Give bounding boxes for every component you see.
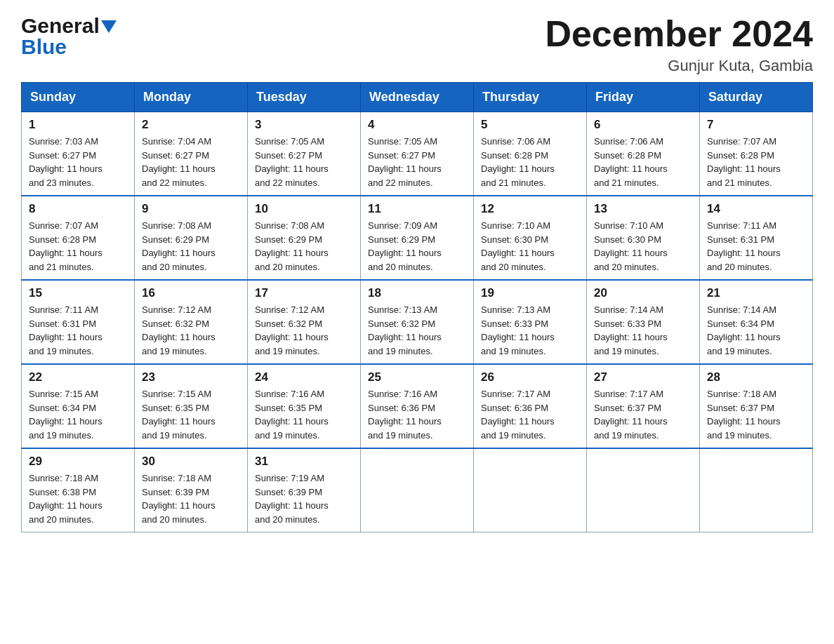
calendar-cell: 6Sunrise: 7:06 AMSunset: 6:28 PMDaylight… bbox=[587, 112, 700, 196]
calendar-cell: 1Sunrise: 7:03 AMSunset: 6:27 PMDaylight… bbox=[22, 112, 135, 196]
day-info: Sunrise: 7:17 AMSunset: 6:36 PMDaylight:… bbox=[481, 387, 579, 442]
day-info: Sunrise: 7:18 AMSunset: 6:37 PMDaylight:… bbox=[707, 387, 805, 442]
column-header-monday: Monday bbox=[135, 83, 248, 112]
calendar-week-row: 1Sunrise: 7:03 AMSunset: 6:27 PMDaylight… bbox=[22, 112, 813, 196]
calendar-header-row: SundayMondayTuesdayWednesdayThursdayFrid… bbox=[22, 83, 813, 112]
day-number: 30 bbox=[142, 455, 240, 469]
day-info: Sunrise: 7:03 AMSunset: 6:27 PMDaylight:… bbox=[29, 135, 127, 189]
day-info: Sunrise: 7:07 AMSunset: 6:28 PMDaylight:… bbox=[29, 219, 127, 274]
calendar-cell: 14Sunrise: 7:11 AMSunset: 6:31 PMDayligh… bbox=[700, 196, 813, 280]
day-number: 23 bbox=[142, 370, 240, 384]
day-info: Sunrise: 7:09 AMSunset: 6:29 PMDaylight:… bbox=[368, 219, 466, 274]
day-info: Sunrise: 7:11 AMSunset: 6:31 PMDaylight:… bbox=[707, 219, 805, 274]
calendar-week-row: 29Sunrise: 7:18 AMSunset: 6:38 PMDayligh… bbox=[22, 448, 813, 532]
calendar-cell: 17Sunrise: 7:12 AMSunset: 6:32 PMDayligh… bbox=[248, 280, 361, 364]
day-info: Sunrise: 7:14 AMSunset: 6:33 PMDaylight:… bbox=[594, 303, 692, 358]
day-number: 4 bbox=[368, 118, 466, 132]
day-info: Sunrise: 7:05 AMSunset: 6:27 PMDaylight:… bbox=[368, 135, 466, 189]
day-info: Sunrise: 7:18 AMSunset: 6:39 PMDaylight:… bbox=[142, 471, 240, 526]
day-number: 22 bbox=[29, 370, 127, 384]
calendar-cell: 30Sunrise: 7:18 AMSunset: 6:39 PMDayligh… bbox=[135, 448, 248, 532]
day-number: 28 bbox=[707, 370, 805, 384]
calendar-cell: 4Sunrise: 7:05 AMSunset: 6:27 PMDaylight… bbox=[361, 112, 474, 196]
day-number: 16 bbox=[142, 286, 240, 300]
day-info: Sunrise: 7:07 AMSunset: 6:28 PMDaylight:… bbox=[707, 135, 805, 189]
day-info: Sunrise: 7:04 AMSunset: 6:27 PMDaylight:… bbox=[142, 135, 240, 189]
calendar-cell: 28Sunrise: 7:18 AMSunset: 6:37 PMDayligh… bbox=[700, 364, 813, 448]
calendar-cell: 9Sunrise: 7:08 AMSunset: 6:29 PMDaylight… bbox=[135, 196, 248, 280]
day-number: 2 bbox=[142, 118, 240, 132]
calendar-week-row: 22Sunrise: 7:15 AMSunset: 6:34 PMDayligh… bbox=[22, 364, 813, 448]
day-number: 11 bbox=[368, 202, 466, 216]
logo-blue-text: Blue bbox=[21, 35, 67, 59]
day-number: 12 bbox=[481, 202, 579, 216]
logo-general-text: General bbox=[21, 14, 100, 38]
day-info: Sunrise: 7:06 AMSunset: 6:28 PMDaylight:… bbox=[594, 135, 692, 189]
day-number: 10 bbox=[255, 202, 353, 216]
day-info: Sunrise: 7:15 AMSunset: 6:35 PMDaylight:… bbox=[142, 387, 240, 442]
day-number: 17 bbox=[255, 286, 353, 300]
day-info: Sunrise: 7:16 AMSunset: 6:35 PMDaylight:… bbox=[255, 387, 353, 442]
calendar-cell: 15Sunrise: 7:11 AMSunset: 6:31 PMDayligh… bbox=[22, 280, 135, 364]
day-info: Sunrise: 7:12 AMSunset: 6:32 PMDaylight:… bbox=[142, 303, 240, 358]
calendar-cell bbox=[700, 448, 813, 532]
calendar-cell bbox=[587, 448, 700, 532]
day-number: 6 bbox=[594, 118, 692, 132]
page-header: General Blue December 2024 Gunjur Kuta, … bbox=[21, 14, 813, 75]
day-info: Sunrise: 7:16 AMSunset: 6:36 PMDaylight:… bbox=[368, 387, 466, 442]
location-label: Gunjur Kuta, Gambia bbox=[545, 57, 813, 75]
day-info: Sunrise: 7:13 AMSunset: 6:33 PMDaylight:… bbox=[481, 303, 579, 358]
day-info: Sunrise: 7:08 AMSunset: 6:29 PMDaylight:… bbox=[142, 219, 240, 274]
day-info: Sunrise: 7:06 AMSunset: 6:28 PMDaylight:… bbox=[481, 135, 579, 189]
calendar-cell: 18Sunrise: 7:13 AMSunset: 6:32 PMDayligh… bbox=[361, 280, 474, 364]
calendar-cell: 19Sunrise: 7:13 AMSunset: 6:33 PMDayligh… bbox=[474, 280, 587, 364]
day-info: Sunrise: 7:11 AMSunset: 6:31 PMDaylight:… bbox=[29, 303, 127, 358]
day-number: 3 bbox=[255, 118, 353, 132]
calendar-cell: 21Sunrise: 7:14 AMSunset: 6:34 PMDayligh… bbox=[700, 280, 813, 364]
calendar-cell: 25Sunrise: 7:16 AMSunset: 6:36 PMDayligh… bbox=[361, 364, 474, 448]
calendar-cell bbox=[474, 448, 587, 532]
calendar-table: SundayMondayTuesdayWednesdayThursdayFrid… bbox=[21, 82, 813, 532]
day-number: 14 bbox=[707, 202, 805, 216]
day-number: 5 bbox=[481, 118, 579, 132]
day-number: 27 bbox=[594, 370, 692, 384]
day-number: 20 bbox=[594, 286, 692, 300]
day-info: Sunrise: 7:08 AMSunset: 6:29 PMDaylight:… bbox=[255, 219, 353, 274]
title-section: December 2024 Gunjur Kuta, Gambia bbox=[545, 14, 813, 75]
calendar-cell: 29Sunrise: 7:18 AMSunset: 6:38 PMDayligh… bbox=[22, 448, 135, 532]
calendar-cell: 27Sunrise: 7:17 AMSunset: 6:37 PMDayligh… bbox=[587, 364, 700, 448]
day-info: Sunrise: 7:05 AMSunset: 6:27 PMDaylight:… bbox=[255, 135, 353, 189]
column-header-friday: Friday bbox=[587, 83, 700, 112]
day-number: 19 bbox=[481, 286, 579, 300]
calendar-cell: 5Sunrise: 7:06 AMSunset: 6:28 PMDaylight… bbox=[474, 112, 587, 196]
calendar-cell: 20Sunrise: 7:14 AMSunset: 6:33 PMDayligh… bbox=[587, 280, 700, 364]
day-info: Sunrise: 7:19 AMSunset: 6:39 PMDaylight:… bbox=[255, 471, 353, 526]
calendar-cell: 22Sunrise: 7:15 AMSunset: 6:34 PMDayligh… bbox=[22, 364, 135, 448]
logo-icon bbox=[100, 14, 118, 38]
day-info: Sunrise: 7:10 AMSunset: 6:30 PMDaylight:… bbox=[481, 219, 579, 274]
calendar-cell: 26Sunrise: 7:17 AMSunset: 6:36 PMDayligh… bbox=[474, 364, 587, 448]
day-number: 7 bbox=[707, 118, 805, 132]
calendar-cell: 10Sunrise: 7:08 AMSunset: 6:29 PMDayligh… bbox=[248, 196, 361, 280]
calendar-cell: 31Sunrise: 7:19 AMSunset: 6:39 PMDayligh… bbox=[248, 448, 361, 532]
day-number: 21 bbox=[707, 286, 805, 300]
day-number: 31 bbox=[255, 455, 353, 469]
column-header-tuesday: Tuesday bbox=[248, 83, 361, 112]
calendar-cell: 24Sunrise: 7:16 AMSunset: 6:35 PMDayligh… bbox=[248, 364, 361, 448]
calendar-week-row: 8Sunrise: 7:07 AMSunset: 6:28 PMDaylight… bbox=[22, 196, 813, 280]
day-number: 1 bbox=[29, 118, 127, 132]
column-header-saturday: Saturday bbox=[700, 83, 813, 112]
day-info: Sunrise: 7:10 AMSunset: 6:30 PMDaylight:… bbox=[594, 219, 692, 274]
column-header-wednesday: Wednesday bbox=[361, 83, 474, 112]
day-info: Sunrise: 7:15 AMSunset: 6:34 PMDaylight:… bbox=[29, 387, 127, 442]
day-number: 9 bbox=[142, 202, 240, 216]
calendar-cell: 12Sunrise: 7:10 AMSunset: 6:30 PMDayligh… bbox=[474, 196, 587, 280]
day-info: Sunrise: 7:18 AMSunset: 6:38 PMDaylight:… bbox=[29, 471, 127, 526]
day-info: Sunrise: 7:12 AMSunset: 6:32 PMDaylight:… bbox=[255, 303, 353, 358]
calendar-cell: 13Sunrise: 7:10 AMSunset: 6:30 PMDayligh… bbox=[587, 196, 700, 280]
day-number: 29 bbox=[29, 455, 127, 469]
day-info: Sunrise: 7:14 AMSunset: 6:34 PMDaylight:… bbox=[707, 303, 805, 358]
day-number: 25 bbox=[368, 370, 466, 384]
calendar-cell: 7Sunrise: 7:07 AMSunset: 6:28 PMDaylight… bbox=[700, 112, 813, 196]
day-number: 24 bbox=[255, 370, 353, 384]
